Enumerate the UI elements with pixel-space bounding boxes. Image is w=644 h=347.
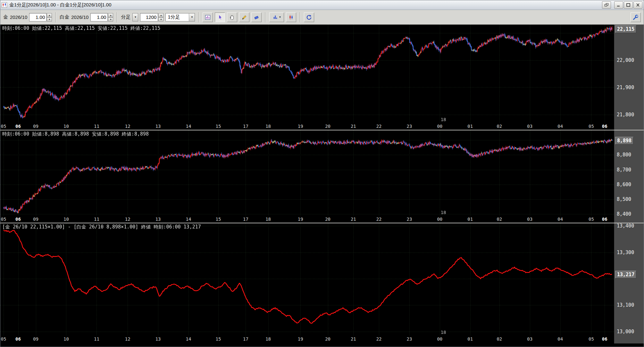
time-axis-label: 04 [557,124,563,129]
refresh-button[interactable] [304,12,314,22]
time-axis-label: 04 [557,217,563,222]
time-axis-label: 05 [1,124,6,129]
time-axis-label: 00 [437,336,442,342]
platinum-multiplier-down-button[interactable]: ▼ [108,17,113,21]
time-axis-label: 06 [15,217,21,222]
spread-chart-canvas[interactable] [0,223,614,335]
gold-price-axis: 22,00021,90021,80022,115 [614,25,644,130]
minimize-icon [617,3,621,7]
time-axis-label: 05 [1,217,6,222]
bottom-strip [0,343,644,347]
time-axis-label: 19 [298,124,303,129]
chevron-down-icon: ▼ [279,16,281,19]
pan-tool-button[interactable] [227,12,237,22]
time-axis-label: 01 [467,336,473,342]
time-axis-label: 18 [265,124,271,129]
time-axis-label: 06 [602,336,607,342]
gold-time-axis: 0506091011121314151718192021222300010203… [0,123,614,130]
time-axis-label: 00 [437,124,442,129]
gold-multiplier-down-button[interactable]: ▼ [47,17,52,21]
price-axis-label: 8,400 [617,211,631,217]
toolbar-separator [117,12,117,22]
time-axis-label: 03 [527,124,532,129]
time-axis-label: 13 [155,217,161,222]
gold-multiplier-up-button[interactable]: ▲ [47,13,52,17]
bar-count-down-button[interactable]: ▼ [158,17,163,21]
time-axis-label: 13 [155,124,161,129]
time-axis-label: 11 [94,124,99,129]
popout-window-button[interactable] [602,1,611,9]
draw-tool-button[interactable] [239,12,249,22]
candlestick-style-button[interactable] [286,12,296,22]
interval-combo[interactable]: 1分足 ▼ [165,13,195,21]
platinum-multiplier-input[interactable] [92,14,106,20]
cursor-tool-button[interactable] [215,12,225,22]
time-axis-label: 22 [376,217,382,222]
erase-tool-button[interactable] [251,12,262,22]
time-axis-label: 19 [298,217,303,222]
toolbar: 金 2026/10 ▲ ▼ 白金 2026/10 ▲ ▼ 分足 ▼ [0,10,644,25]
time-axis-label: 21 [351,336,356,342]
bar-count-spinner: ▲ ▼ [140,13,163,21]
price-axis-label: 8,800 [617,152,631,158]
platinum-chart-panel: 時刻:06:00 始値:8,898 高値:8,898 安値:8,898 終値:8… [0,130,644,223]
time-axis-label: 21 [351,217,356,222]
time-axis-label: 10 [63,124,69,129]
price-axis-label: 13,400 [617,223,634,229]
platinum-time-axis: 0506091011121314151718192021222300010203… [0,216,614,223]
maximize-button[interactable] [624,1,633,9]
app-window: 金1分足[2026/10]1.00 - 白金1分足[2026/10]1.00 [0,0,644,347]
last-price-badge: 13,217 [615,271,636,278]
eraser-icon [253,14,260,21]
platinum-symbol-label: 白金 [60,14,69,20]
time-axis-label: 06 [15,336,21,342]
interval-dropdown-button[interactable]: ▼ [132,13,138,21]
platinum-chart-canvas[interactable] [0,130,614,216]
time-axis-label: 11 [94,217,99,222]
toolbar-separator [198,12,199,22]
price-axis-label: 8,500 [617,196,631,202]
chart-type-button[interactable]: ▼ [269,12,284,22]
chevron-down-icon: ▼ [189,13,195,21]
time-axis-label: 11 [94,336,99,342]
time-axis-label: 01 [467,217,473,222]
price-axis-label: 13,100 [617,302,634,308]
bar-count-input[interactable] [142,14,156,20]
time-axis-label: 23 [407,336,412,342]
bar-count-up-button[interactable]: ▲ [158,13,163,17]
price-axis-label: 22,000 [617,57,634,63]
time-axis-label: 15 [216,336,221,342]
gold-symbol-label: 金 [3,14,8,20]
time-axis-label: 20 [325,217,330,222]
time-axis-label: 12 [125,217,130,222]
time-axis-label: 10 [63,336,69,342]
minimize-button[interactable] [614,1,623,9]
time-axis-label: 22 [376,336,382,342]
gold-multiplier-spinner: ▲ ▼ [29,13,52,21]
time-axis-label: 05 [589,336,594,342]
chart-setup-icon [205,14,211,21]
time-axis-label: 09 [33,124,38,129]
settings-wrench-button[interactable] [631,12,641,22]
platinum-contract-label: 2026/10 [71,14,88,20]
time-axis-label: 10 [63,217,69,222]
time-axis-label: 23 [407,217,412,222]
platinum-multiplier-up-button[interactable]: ▲ [108,13,113,17]
time-axis-label: 23 [407,124,412,129]
time-axis-label: 03 [527,336,532,342]
platinum-multiplier-spinner: ▲ ▼ [90,13,113,21]
time-axis-label: 15 [216,217,221,222]
time-axis-label: 15 [216,124,221,129]
time-axis-label: 09 [33,217,38,222]
time-axis-label: 00 [437,217,442,222]
gold-chart-canvas[interactable] [0,25,614,123]
candlestick-icon [288,14,294,21]
time-axis-label: 06 [602,124,607,129]
chart-setup-button[interactable] [203,12,213,22]
platinum-ohlc-info: 時刻:06:00 始値:8,898 高値:8,898 安値:8,898 終値:8… [2,131,149,137]
gold-multiplier-input[interactable] [31,14,45,20]
spread-price-axis: 13,40013,30013,10013,00013,217 [614,223,644,343]
time-axis-label: 17 [243,217,248,222]
close-button[interactable] [633,1,642,9]
platinum-plot: 時刻:06:00 始値:8,898 高値:8,898 安値:8,898 終値:8… [0,130,614,216]
